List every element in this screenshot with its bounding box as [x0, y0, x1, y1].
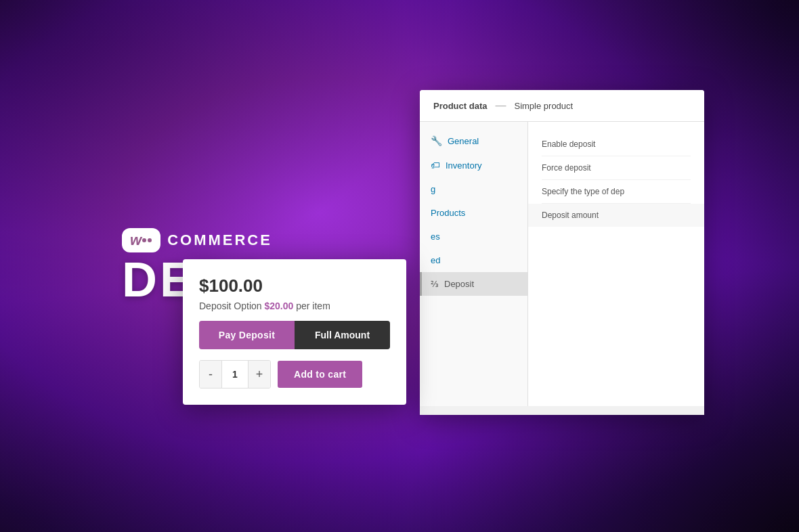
admin-sidebar: 🔧 General 🏷 Inventory g Products es — [420, 122, 528, 406]
field-enable-deposit: Enable deposit — [542, 133, 691, 156]
deposit-type-label: Specify the type of dep — [542, 187, 624, 196]
deposit-option-suffix: per item — [293, 301, 330, 311]
sidebar-label-inventory: Inventory — [446, 160, 481, 171]
field-deposit-amount: Deposit amount — [528, 204, 704, 227]
woo-text: w — [130, 231, 152, 248]
quantity-decrease-button[interactable]: - — [200, 361, 221, 388]
enable-deposit-label: Enable deposit — [542, 139, 691, 149]
sidebar-label-linked-products: Products — [431, 208, 465, 218]
add-to-cart-button[interactable]: Add to cart — [278, 361, 362, 388]
product-price: $100.00 — [199, 275, 390, 296]
sidebar-label-shipping: g — [431, 184, 435, 194]
deposit-option-prefix: Deposit Option — [199, 301, 265, 311]
field-force-deposit: Force deposit — [542, 156, 691, 180]
sidebar-label-attributes: es — [431, 231, 440, 242]
deposit-option-text: Deposit Option $20.00 per item — [199, 301, 390, 311]
payment-toggle: Pay Deposit Full Amount — [199, 321, 390, 349]
admin-panel: Product data — Simple product 🔧 General … — [420, 90, 704, 415]
admin-content: Enable deposit Force deposit Specify the… — [528, 122, 704, 406]
sidebar-label-general: General — [448, 136, 479, 146]
deposit-amount: $20.00 — [265, 301, 294, 311]
sidebar-item-deposit[interactable]: ⅔ Deposit — [420, 272, 527, 296]
full-amount-button[interactable]: Full Amount — [295, 321, 390, 349]
deposit-icon: ⅔ — [431, 280, 439, 289]
quantity-row: - + Add to cart — [199, 360, 390, 389]
commerce-label: COMMERCE — [167, 231, 272, 249]
quantity-input[interactable] — [221, 361, 249, 388]
woo-pill: w — [122, 228, 160, 252]
center-content: w COMMERCE DEPOSITS $100.00 Deposit Opti… — [95, 49, 704, 483]
admin-header-separator: — — [495, 99, 506, 112]
admin-header-title: Product data — [433, 101, 487, 111]
pay-deposit-button[interactable]: Pay Deposit — [199, 321, 295, 349]
admin-header-type: Simple product — [514, 101, 573, 111]
field-deposit-type: Specify the type of dep — [542, 180, 691, 204]
quantity-controls: - + — [199, 360, 271, 389]
sidebar-item-linked-products[interactable]: Products — [420, 201, 527, 225]
deposit-amount-label: Deposit amount — [542, 210, 691, 220]
woo-brand-row: w COMMERCE — [122, 228, 390, 252]
tag-icon: 🏷 — [431, 160, 440, 171]
sidebar-item-advanced[interactable]: ed — [420, 248, 527, 272]
admin-body: 🔧 General 🏷 Inventory g Products es — [420, 122, 704, 406]
sidebar-label-advanced: ed — [431, 255, 440, 265]
sidebar-label-deposit: Deposit — [444, 279, 474, 289]
sidebar-item-shipping[interactable]: g — [420, 177, 527, 201]
sidebar-item-attributes[interactable]: es — [420, 225, 527, 248]
product-card: $100.00 Deposit Option $20.00 per item P… — [183, 259, 406, 405]
wrench-icon: 🔧 — [431, 135, 442, 146]
background: w COMMERCE DEPOSITS $100.00 Deposit Opti… — [0, 0, 799, 532]
quantity-increase-button[interactable]: + — [249, 361, 270, 388]
force-deposit-label: Force deposit — [542, 163, 691, 173]
sidebar-item-general[interactable]: 🔧 General — [420, 129, 527, 153]
sidebar-item-inventory[interactable]: 🏷 Inventory — [420, 153, 527, 177]
admin-panel-header: Product data — Simple product — [420, 90, 704, 122]
